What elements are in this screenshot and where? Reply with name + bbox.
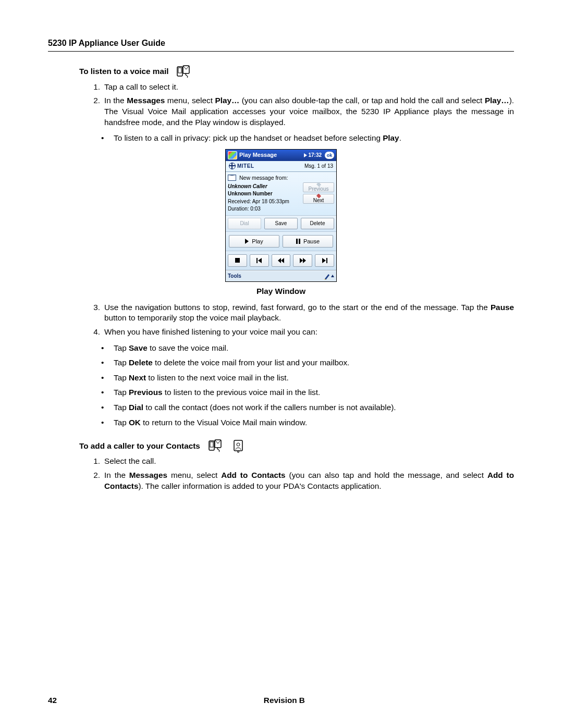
ok-button[interactable]: ok <box>325 152 334 159</box>
skip-end-button[interactable] <box>315 254 334 267</box>
stop-button[interactable] <box>228 254 247 267</box>
pencil-icon[interactable] <box>324 273 330 280</box>
fastforward-button[interactable] <box>293 254 312 267</box>
svg-rect-4 <box>210 442 213 447</box>
pda-window-title: Play Message <box>239 151 302 159</box>
s1-step2: In the Messages menu, select Play… (you … <box>104 95 514 128</box>
mail-icon <box>228 175 236 181</box>
s1-privacy-note: To listen to a call in privacy: pick up … <box>114 133 514 144</box>
pda-time: 17:32 <box>304 152 322 159</box>
caller-number: Unknown Number <box>228 190 300 198</box>
duration: Duration: 0:03 <box>228 205 300 213</box>
new-msg-label: New message from: <box>239 174 288 181</box>
opt-delete: Tap Delete to delete the voice mail from… <box>114 357 514 368</box>
caller-name: Unknown Caller <box>228 183 300 190</box>
msg-counter: Msg. 1 of 13 <box>304 163 333 170</box>
s1-step3: Use the navigation buttons to stop, rewi… <box>104 302 514 324</box>
s2-step1: Select the call. <box>104 456 514 467</box>
svg-point-8 <box>237 451 239 453</box>
pause-icon <box>296 239 300 244</box>
page-number: 42 <box>48 695 57 706</box>
skip-start-icon <box>256 258 262 263</box>
opt-previous: Tap Previous to listen to the previous v… <box>114 387 514 398</box>
rewind-button[interactable] <box>272 254 291 267</box>
tools-menu[interactable]: Tools <box>228 273 241 280</box>
save-button[interactable]: Save <box>264 218 298 229</box>
opt-save: Tap Save to save the voice mail. <box>114 343 514 354</box>
play-icon <box>245 239 249 244</box>
fastforward-icon <box>300 258 306 263</box>
received-time: Received: Apr 18 05:33pm <box>228 198 300 205</box>
next-button[interactable]: Next <box>303 194 334 204</box>
play-window-screenshot: Play Message 17:32 ok MITEL Msg. 1 of 13… <box>225 149 337 282</box>
page-header: 5230 IP Appliance User Guide <box>48 38 514 52</box>
delete-button[interactable]: Delete <box>301 218 334 229</box>
dial-button[interactable]: Dial <box>228 218 261 229</box>
section2-title: To add a caller to your Contacts <box>79 441 200 452</box>
mitel-logo: MITEL <box>229 163 254 170</box>
opt-dial: Tap Dial to call the contact (does not w… <box>114 402 514 413</box>
voicemail-app-icon-2 <box>209 439 224 453</box>
play-button[interactable]: Play <box>229 235 279 248</box>
previous-button[interactable]: Previous <box>303 182 334 192</box>
opt-ok: Tap OK to return to the Visual Voice Mai… <box>114 417 514 428</box>
s2-step2: In the Messages menu, select Add to Cont… <box>104 470 514 491</box>
stop-icon <box>235 258 240 263</box>
voicemail-app-icon <box>177 65 192 79</box>
s1-step1: Tap a call to select it. <box>104 82 514 93</box>
svg-rect-6 <box>234 440 242 451</box>
up-arrow-icon[interactable] <box>331 275 334 277</box>
contacts-icon <box>232 439 244 453</box>
svg-point-7 <box>237 443 240 446</box>
pause-button[interactable]: Pause <box>283 235 333 248</box>
section1-title: To listen to a voice mail <box>79 66 168 77</box>
svg-rect-1 <box>178 68 181 73</box>
s1-step4: When you have finished listening to your… <box>104 327 514 338</box>
opt-next: Tap Next to listen to the next voice mai… <box>114 373 514 384</box>
skip-end-icon <box>322 258 327 263</box>
rewind-icon <box>278 258 284 263</box>
windows-flag-icon <box>228 151 237 159</box>
revision: Revision B <box>264 695 305 706</box>
figure-caption: Play Window <box>48 286 514 297</box>
skip-start-button[interactable] <box>250 254 269 267</box>
